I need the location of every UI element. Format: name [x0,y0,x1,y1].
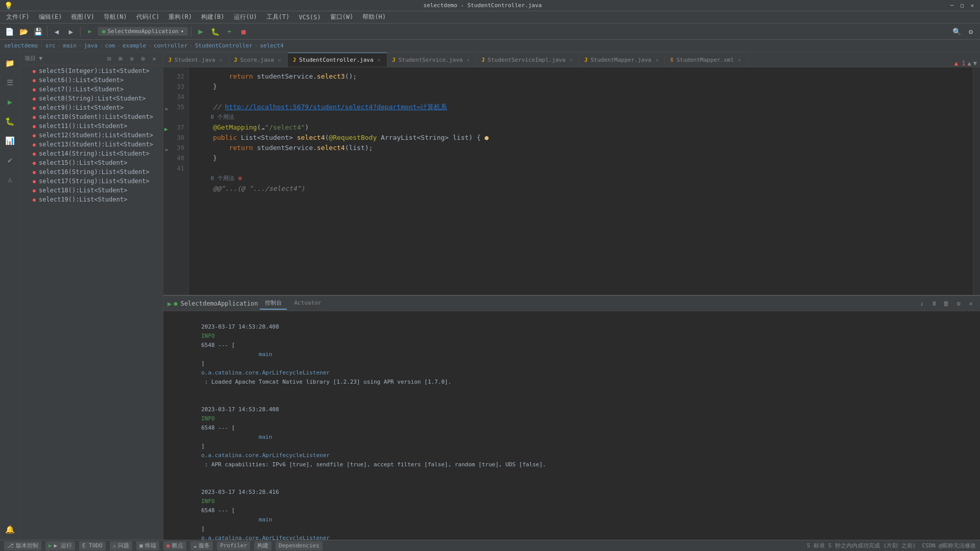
tab-student-java[interactable]: J Student.java ✕ [163,53,229,67]
sidebar-item-select19[interactable]: ● select19():List<Student> [20,195,163,204]
project-view-button[interactable]: 📁 [1,54,19,72]
tab-close-impl[interactable]: ✕ [569,57,574,63]
menu-vcs[interactable]: VCS(S) [295,13,325,22]
tab-scroll-down[interactable]: ▼ [973,60,977,67]
todo-button[interactable]: E TODO [79,541,106,550]
menu-run[interactable]: 运行(U) [230,12,261,22]
menu-view[interactable]: 视图(V) [67,12,99,22]
build-button[interactable]: 构建 [254,541,272,550]
editor-scrollbar[interactable] [973,67,980,295]
git-branch-button[interactable]: ⎇ 版本控制 [4,541,41,550]
event-log-button[interactable]: 🔔 [1,520,19,539]
tab-studentservice-java[interactable]: J StudentService.java ✕ [387,53,477,67]
clear-console-button[interactable]: 🗑 [941,298,951,309]
open-button[interactable]: 📂 [17,26,30,38]
breakpoints-button[interactable]: ● 断点 [163,541,186,550]
sidebar-item-select10[interactable]: ● select10(Student):List<Student> [20,112,163,121]
tab-studentmapper-java[interactable]: J StudentMapper.java ✕ [579,53,665,67]
sidebar-item-select5[interactable]: ● select5(Integer):List<Student> [20,66,163,76]
sidebar-sort-button[interactable]: ≡ [127,54,136,63]
forward-button[interactable]: ▶ [65,26,77,38]
breadcrumb-example[interactable]: example [122,42,146,49]
menu-window[interactable]: 窗口(W) [326,12,358,22]
code-content[interactable]: return studentService. select3 (); } // … [189,67,973,295]
breadcrumb-project[interactable]: selectdemo [4,42,38,49]
todo-view-button[interactable]: ✔ [1,151,19,169]
settings-button[interactable]: ⚙ [965,26,977,38]
sidebar-item-select13[interactable]: ● select13(Student):List<Student> [20,140,163,149]
menu-help[interactable]: 帮助(H) [358,12,390,22]
breadcrumb-main[interactable]: main [63,42,77,49]
tab-studentmapper-xml[interactable]: X StudentMapper.xml ✕ [665,53,748,67]
debug-button[interactable]: 🐛 [209,26,221,38]
breadcrumb-method[interactable]: select4 [260,42,283,49]
terminal-button[interactable]: ▣ 终端 [136,541,159,550]
sidebar-item-select6[interactable]: ● select6():List<Student> [20,76,163,85]
breadcrumb-class[interactable]: StudentController [195,42,253,49]
run-status-button[interactable]: ▶ ▶ 运行 [45,541,75,550]
breadcrumb-src[interactable]: src [45,42,56,49]
problems-view-button[interactable]: ⚠ [1,170,19,189]
close-console-button[interactable]: ✕ [966,298,976,309]
sidebar-item-select12[interactable]: ● select12(Student):List<Student> [20,131,163,140]
sidebar-item-select18[interactable]: ● select18():List<Student> [20,186,163,195]
url-link[interactable]: http://localhost:5679/student/select4?de… [225,102,448,112]
sidebar-item-select7[interactable]: ● select7():List<Student> [20,85,163,94]
tab-close-xml[interactable]: ✕ [737,57,742,63]
tab-close-mapper[interactable]: ✕ [654,57,659,63]
tab-close-score[interactable]: ✕ [277,57,282,63]
menu-refactor[interactable]: 重构(R) [164,12,196,22]
save-button[interactable]: 💾 [32,26,44,38]
profiler-button[interactable]: Profiler [217,541,250,550]
maximize-button[interactable]: □ [959,2,966,9]
sidebar-item-select11[interactable]: ● select11():List<Student> [20,121,163,131]
close-button[interactable]: ✕ [969,2,976,9]
run-button[interactable]: ▶ [194,26,207,38]
tab-close-student[interactable]: ✕ [218,57,224,63]
dependencies-button[interactable]: Dependencies [276,541,322,550]
sidebar-item-select14[interactable]: ● select14(String):List<Student> [20,149,163,158]
problems-button[interactable]: ⚠ 问题 [110,541,133,550]
sidebar-expand-button[interactable]: ⊞ [116,54,125,63]
tab-studentcontroller-java[interactable]: J StudentController.java ✕ [288,53,387,67]
stop-button[interactable]: ■ [237,26,250,38]
menu-build[interactable]: 构建(B) [197,12,229,22]
back-button[interactable]: ◀ [51,26,63,38]
new-file-button[interactable]: 📄 [3,26,15,38]
menu-code[interactable]: 代码(C) [132,12,164,22]
menu-file[interactable]: 文件(F) [2,12,34,22]
sidebar-item-select16[interactable]: ● select16(String):List<Student> [20,167,163,177]
scroll-to-end-button[interactable]: ↓ [917,298,927,309]
bottom-tab-actuator[interactable]: Actuator [289,297,326,309]
search-everywhere-button[interactable]: 🔍 [950,26,963,38]
commit-button[interactable]: ☰ [1,73,19,92]
breadcrumb-controller[interactable]: controller [154,42,187,49]
minimize-button[interactable]: ─ [948,2,955,9]
coverage-button[interactable]: ☂ [223,26,235,38]
menu-edit[interactable]: 编辑(E) [35,12,66,22]
tab-score-java[interactable]: J Score.java ✕ [229,53,288,67]
tab-studentserviceimpl-java[interactable]: J StudentServiceImpl.java ✕ [477,53,579,67]
status-csdn[interactable]: CSDN @昵称无法修改 [922,542,976,549]
breadcrumb-com[interactable]: com [105,42,115,49]
pause-output-button[interactable]: ⏸ [929,298,939,309]
sidebar-item-select9[interactable]: ● select9():List<Student> [20,103,163,112]
tab-close-controller[interactable]: ✕ [377,57,382,63]
run-view-button[interactable]: ▶ [1,93,19,111]
bottom-tab-console[interactable]: 控制台 [260,297,287,310]
run-config-selector[interactable]: ● SelectdemoApplication ▾ [98,27,188,36]
sidebar-close-button[interactable]: ✕ [150,54,159,63]
breadcrumb-java[interactable]: java [84,42,97,49]
sidebar-collapse-button[interactable]: ⊟ [105,54,114,63]
debug-view-button[interactable]: 🐛 [1,112,19,131]
sidebar-settings-button[interactable]: ⚙ [138,54,148,63]
bottom-console-content[interactable]: 2023-03-17 14:53:28.408 INFO 6548 --- [ … [163,311,980,540]
menu-navigate[interactable]: 导航(N) [100,12,131,22]
services-button[interactable]: ☁ 服务 [190,541,213,550]
sidebar-item-select8[interactable]: ● select8(String):List<Student> [20,94,163,103]
tab-close-service[interactable]: ✕ [465,57,471,63]
menu-tools[interactable]: 工具(T) [262,12,294,22]
sidebar-item-select17[interactable]: ● select17(String):List<Student> [20,177,163,186]
settings-console-button[interactable]: ⚙ [953,298,964,309]
tab-scroll-up[interactable]: ▲ [968,60,971,67]
